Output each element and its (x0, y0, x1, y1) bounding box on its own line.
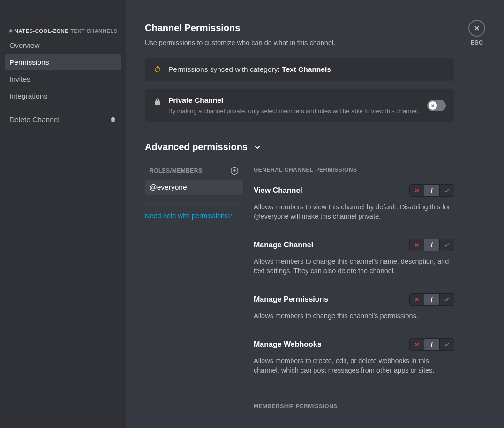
x-icon (414, 341, 420, 348)
check-icon (444, 187, 450, 194)
sync-card: Permissions synced with category: Text C… (145, 58, 454, 81)
perm-allow[interactable] (439, 338, 454, 351)
close-area: ESC (468, 20, 485, 46)
advanced-permissions-label: Advanced permissions (145, 142, 248, 153)
channel-type-label: TEXT CHANNELS (70, 28, 117, 34)
sidebar-header: # NATES-COOL-ZONE TEXT CHANNELS (5, 28, 121, 38)
private-card: Private Channel By making a channel priv… (145, 89, 454, 122)
close-button[interactable] (468, 20, 485, 37)
perm-passthrough[interactable]: / (424, 338, 439, 351)
perm-section-membership: MEMBERSHIP PERMISSIONS (254, 403, 454, 410)
check-icon (444, 341, 450, 348)
perm-allow[interactable] (439, 239, 454, 251)
toggle-knob (429, 101, 437, 110)
x-icon (414, 187, 420, 194)
perm-passthrough[interactable]: / (424, 184, 439, 197)
private-desc: By making a channel private, only select… (168, 107, 419, 115)
check-icon (444, 296, 450, 303)
x-icon (414, 242, 420, 248)
sync-category: Text Channels (282, 65, 331, 73)
chevron-down-icon (253, 143, 262, 152)
close-icon (473, 24, 481, 32)
perm-deny[interactable] (409, 239, 424, 251)
roles-header-label: ROLES/MEMBERS (150, 168, 203, 174)
perm-title: Manage Permissions (254, 295, 328, 304)
lock-icon (153, 97, 162, 106)
check-icon (444, 242, 450, 248)
permissions-column: GENERAL CHANNEL PERMISSIONS View Channel… (254, 167, 454, 421)
perm-deny[interactable] (409, 338, 424, 351)
perm-deny[interactable] (409, 293, 424, 306)
page-subtitle: Use permissions to customize who can do … (145, 39, 454, 46)
perm-desc: Allows members to change this channel's … (254, 257, 454, 275)
perm-allow[interactable] (439, 184, 454, 197)
perm-manage-permissions: Manage Permissions / Allows members to c… (254, 293, 454, 321)
perm-toggle: / (409, 293, 454, 306)
perm-title: View Channel (254, 186, 302, 195)
perm-desc: Allows members to create, edit, or delet… (254, 356, 454, 375)
x-icon (414, 296, 420, 303)
perm-view-channel: View Channel / Allows members to view th… (254, 184, 454, 221)
settings-sidebar: # NATES-COOL-ZONE TEXT CHANNELS Overview… (0, 0, 126, 428)
main-content: ESC Channel Permissions Use permissions … (126, 0, 504, 428)
roles-column: ROLES/MEMBERS @everyone Need help with p… (145, 167, 243, 421)
roles-divider (145, 203, 243, 204)
perm-desc: Allows members to change this channel's … (254, 311, 454, 321)
role-everyone[interactable]: @everyone (145, 180, 243, 195)
perm-section-general: GENERAL CHANNEL PERMISSIONS (254, 167, 454, 173)
perm-allow[interactable] (439, 293, 454, 306)
delete-channel-label: Delete Channel (9, 115, 60, 124)
perm-title: Manage Channel (254, 241, 313, 249)
advanced-permissions-header[interactable]: Advanced permissions (145, 142, 454, 153)
sidebar-divider (9, 108, 117, 108)
perm-deny[interactable] (409, 184, 424, 197)
sidebar-item-integrations[interactable]: Integrations (5, 88, 121, 104)
add-role-button[interactable] (230, 167, 239, 175)
perm-manage-channel: Manage Channel / Allows members to chang… (254, 239, 454, 275)
perm-toggle: / (409, 338, 454, 351)
channel-name: NATES-COOL-ZONE (15, 28, 68, 34)
trash-icon (109, 116, 117, 123)
sidebar-item-overview[interactable]: Overview (5, 38, 121, 54)
sync-icon (153, 65, 162, 74)
perm-title: Manage Webhooks (254, 340, 322, 349)
esc-label: ESC (468, 39, 485, 46)
delete-channel-button[interactable]: Delete Channel (5, 112, 121, 127)
perm-desc: Allows members to view this channel by d… (254, 202, 454, 221)
toggle-x-icon (430, 103, 435, 108)
page-title: Channel Permissions (145, 23, 454, 33)
sidebar-item-invites[interactable]: Invites (5, 71, 121, 87)
private-title: Private Channel (168, 96, 419, 105)
perm-manage-webhooks: Manage Webhooks / Allows members to crea… (254, 338, 454, 375)
sync-text: Permissions synced with category: Text C… (168, 65, 331, 74)
permissions-help-link[interactable]: Need help with permissions? (145, 212, 243, 220)
sidebar-item-permissions[interactable]: Permissions (5, 54, 121, 70)
hash-icon: # (9, 28, 13, 34)
perm-passthrough[interactable]: / (424, 293, 439, 306)
private-toggle[interactable] (427, 100, 446, 111)
perm-toggle: / (409, 184, 454, 197)
perm-toggle: / (409, 239, 454, 251)
sync-text-prefix: Permissions synced with category: (168, 65, 282, 73)
perm-passthrough[interactable]: / (424, 239, 439, 251)
